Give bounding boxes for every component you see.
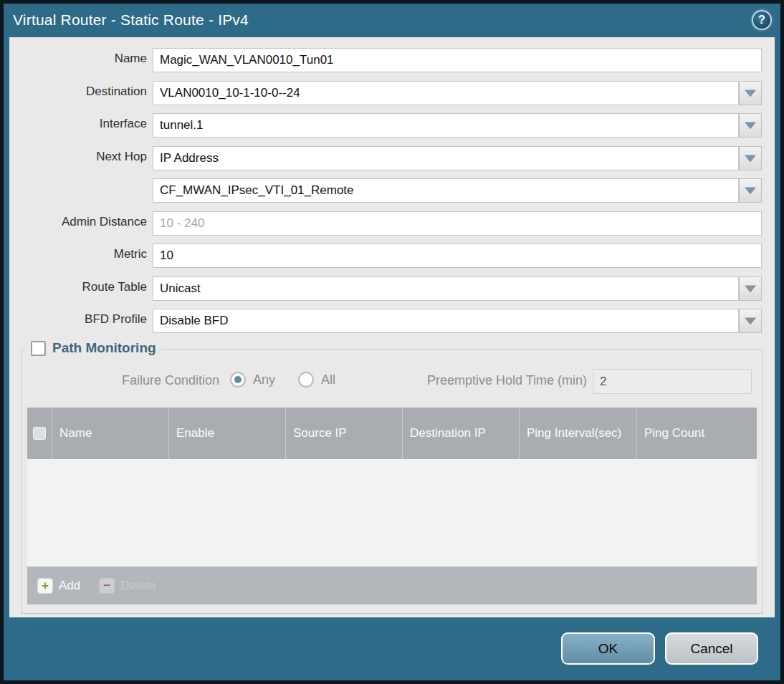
bfd-profile-input[interactable] <box>153 309 739 333</box>
column-header-ping-count: Ping Count <box>637 408 757 459</box>
route-table-dropdown-button[interactable] <box>739 276 762 301</box>
column-header-ping-interval: Ping Interval(sec) <box>520 408 637 459</box>
ok-button[interactable]: OK <box>561 632 655 665</box>
bfd-profile-dropdown-button[interactable] <box>739 309 762 333</box>
chevron-down-icon <box>745 286 756 293</box>
select-all-checkbox-cell <box>27 408 52 459</box>
name-input[interactable] <box>153 48 762 72</box>
admin-distance-label: Admin Distance <box>9 215 147 229</box>
cancel-button[interactable]: Cancel <box>665 632 758 665</box>
static-route-dialog: Virtual Router - Static Route - IPv4 ? N… <box>0 0 784 684</box>
chevron-down-icon <box>745 90 756 97</box>
form-row-destination: Destination <box>9 81 775 105</box>
table-header-row: Name Enable Source IP Destination IP Pin… <box>27 408 757 459</box>
delete-button: − Delete <box>99 578 156 594</box>
table-toolbar: + Add − Delete <box>27 567 757 604</box>
admin-distance-input[interactable] <box>153 211 762 236</box>
preemptive-hold-time-input[interactable] <box>593 369 752 394</box>
dialog-body: Name Destination Interface Next Hop <box>9 37 775 617</box>
help-icon[interactable]: ? <box>752 10 772 30</box>
form-row-next-hop: Next Hop <box>9 146 775 170</box>
table-body-empty <box>27 459 757 567</box>
next-hop-type-input[interactable] <box>153 146 739 170</box>
add-button[interactable]: + Add <box>37 578 80 594</box>
interface-dropdown-button[interactable] <box>739 113 762 138</box>
path-monitoring-checkbox[interactable] <box>31 341 46 356</box>
dialog-titlebar: Virtual Router - Static Route - IPv4 ? <box>4 4 780 37</box>
minus-icon: − <box>99 578 115 594</box>
form-row-interface: Interface <box>9 113 775 138</box>
metric-label: Metric <box>9 247 147 261</box>
path-monitoring-table: Name Enable Source IP Destination IP Pin… <box>27 408 757 604</box>
interface-input[interactable] <box>153 113 739 138</box>
route-table-label: Route Table <box>9 280 147 294</box>
path-monitoring-section: Path Monitoring Failure Condition Any Al… <box>21 349 763 614</box>
form-row-next-hop-address <box>9 178 775 203</box>
preemptive-hold-time-label: Preemptive Hold Time (min) <box>381 373 587 388</box>
plus-icon: + <box>37 578 53 594</box>
route-table-input[interactable] <box>153 276 739 301</box>
failure-condition-label: Failure Condition <box>22 373 219 388</box>
radio-icon <box>298 372 314 387</box>
path-monitoring-title[interactable]: Path Monitoring <box>52 340 156 356</box>
metric-input[interactable] <box>153 244 762 268</box>
destination-dropdown-button[interactable] <box>739 81 762 105</box>
failure-condition-radio-all[interactable]: All <box>298 372 335 387</box>
form-row-admin-distance: Admin Distance <box>9 211 775 236</box>
chevron-down-icon <box>745 155 756 163</box>
radio-icon <box>230 372 246 387</box>
form-row-bfd-profile: BFD Profile <box>9 309 775 333</box>
dialog-title: Virtual Router - Static Route - IPv4 <box>13 11 249 29</box>
name-label: Name <box>9 52 147 66</box>
interface-label: Interface <box>9 117 147 131</box>
chevron-down-icon <box>745 188 756 195</box>
next-hop-type-dropdown-button[interactable] <box>739 146 762 170</box>
form-row-metric: Metric <box>9 244 775 268</box>
destination-label: Destination <box>9 85 147 99</box>
column-header-source-ip: Source IP <box>286 408 403 459</box>
form-row-route-table: Route Table <box>9 276 775 301</box>
select-all-checkbox[interactable] <box>33 427 46 440</box>
column-header-enable: Enable <box>169 408 286 459</box>
next-hop-address-dropdown-button[interactable] <box>739 178 762 203</box>
next-hop-address-input[interactable] <box>153 178 739 203</box>
destination-input[interactable] <box>153 81 739 105</box>
column-header-destination-ip: Destination IP <box>403 408 520 459</box>
chevron-down-icon <box>745 318 756 325</box>
chevron-down-icon <box>745 122 756 130</box>
bfd-profile-label: BFD Profile <box>9 312 147 327</box>
next-hop-label: Next Hop <box>9 150 147 164</box>
form-row-name: Name <box>9 48 775 72</box>
failure-condition-radio-any[interactable]: Any <box>230 372 275 387</box>
column-header-name: Name <box>52 408 169 459</box>
